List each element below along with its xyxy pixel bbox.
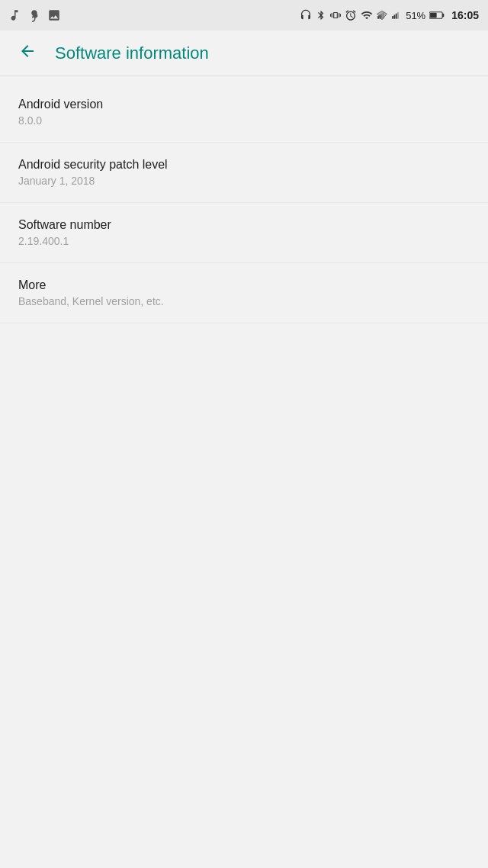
software-number-label: Software number [18,218,470,232]
signal1-icon [377,9,387,21]
content-area: Android version 8.0.0 Android security p… [0,76,488,330]
software-number-value: 2.19.400.1 [18,235,470,247]
more-label: More [18,278,470,292]
svg-rect-4 [392,16,393,19]
battery-icon [429,10,445,21]
more-value: Baseband, Kernel version, etc. [18,295,470,307]
battery-percent: 51% [406,10,425,21]
status-bar-left-icons [8,8,61,22]
headset-icon [300,9,312,21]
music-icon [8,8,21,22]
svg-rect-5 [394,14,396,18]
back-arrow-icon [18,42,37,65]
status-time: 16:05 [451,9,479,21]
bluetooth-icon [316,9,326,21]
svg-rect-6 [396,14,397,19]
svg-rect-2 [381,14,383,19]
status-bar-right-icons: 51% 16:05 [300,9,479,21]
toolbar: Software information [0,31,488,76]
back-button[interactable] [12,38,43,69]
svg-rect-0 [377,16,379,19]
svg-rect-1 [380,14,381,18]
image-icon [47,8,61,22]
android-version-value: 8.0.0 [18,114,470,127]
status-bar: 51% 16:05 [0,0,488,31]
svg-rect-10 [442,14,444,17]
android-version-label: Android version [18,98,470,111]
security-patch-value: January 1, 2018 [18,175,470,187]
vibrate-icon [330,9,341,21]
android-version-item[interactable]: Android version 8.0.0 [0,82,488,143]
security-patch-label: Android security patch level [18,158,470,172]
wifi-icon [361,9,373,21]
security-patch-item[interactable]: Android security patch level January 1, … [0,143,488,203]
page-title: Software information [55,43,209,63]
signal2-icon [391,9,402,21]
alarm-icon [345,9,357,21]
software-number-item[interactable]: Software number 2.19.400.1 [0,203,488,263]
svg-rect-9 [430,13,437,18]
more-item[interactable]: More Baseband, Kernel version, etc. [0,263,488,323]
svg-rect-3 [383,12,384,19]
svg-rect-7 [397,12,399,19]
hearing-icon [27,8,41,22]
